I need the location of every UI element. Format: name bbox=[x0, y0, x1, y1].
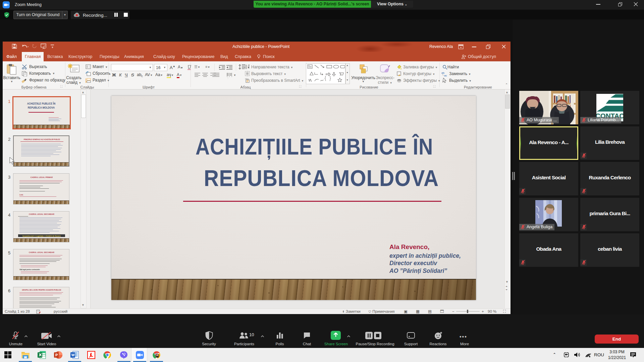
svg-text:ac: ac bbox=[444, 74, 447, 77]
